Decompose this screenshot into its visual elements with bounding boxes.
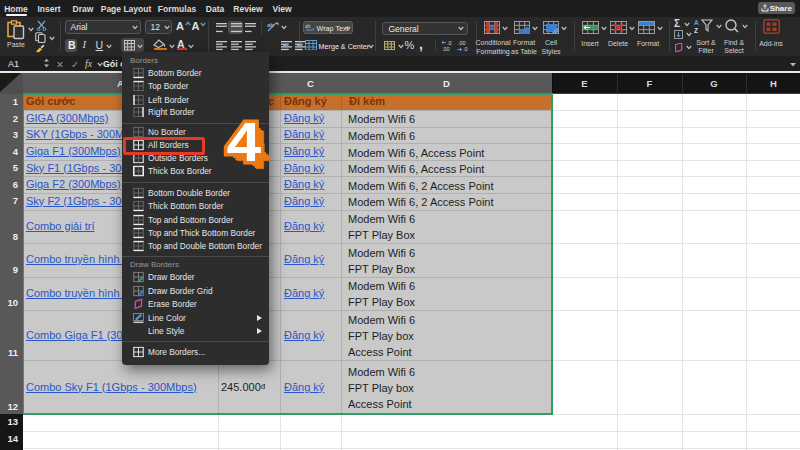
svg-text:.00: .00 (442, 46, 450, 52)
svg-text:Z: Z (694, 27, 698, 34)
svg-text:ab: ab (305, 23, 311, 29)
svg-text:A: A (694, 19, 699, 26)
svg-text:ab: ab (267, 22, 274, 28)
